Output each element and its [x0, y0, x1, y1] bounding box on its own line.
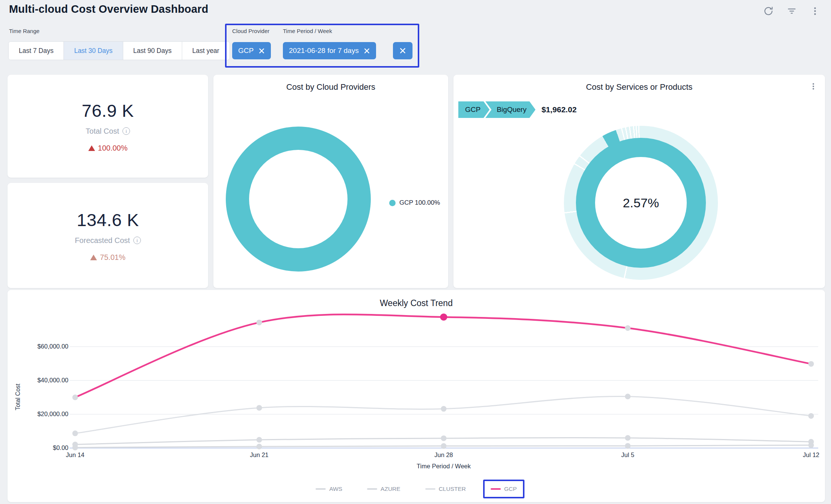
- total-cost-value: 76.9 K: [82, 100, 134, 121]
- refresh-icon[interactable]: [763, 5, 774, 17]
- data-point[interactable]: [625, 394, 631, 399]
- trend-line-chart[interactable]: [8, 290, 825, 502]
- legend-item-aws[interactable]: AWS: [308, 480, 350, 498]
- legend-label: CLUSTER: [439, 486, 466, 492]
- triangle-up-icon: [88, 145, 95, 151]
- clear-all-filters-button[interactable]: [393, 42, 412, 59]
- data-point[interactable]: [808, 439, 814, 445]
- info-icon[interactable]: i: [133, 237, 141, 244]
- data-point[interactable]: [625, 435, 631, 441]
- providers-donut-chart[interactable]: [226, 127, 371, 272]
- legend-item-cluster[interactable]: CLUSTER: [418, 480, 473, 498]
- services-chart-title: Cost by Services or Products: [453, 82, 825, 92]
- forecasted-cost-value: 134.6 K: [77, 210, 139, 230]
- cloud-provider-label: Cloud Provider: [232, 28, 269, 34]
- forecasted-cost-kpi-card: 134.6 K Forecasted Cost i 75.01%: [8, 183, 208, 288]
- forecasted-cost-delta-value: 75.01%: [100, 253, 125, 262]
- x-axis-title: Time Period / Week: [387, 463, 500, 470]
- x-tick-label: Jul 5: [601, 451, 654, 459]
- close-icon: [364, 48, 370, 54]
- legend-item-gcp[interactable]: GCP: [483, 480, 524, 498]
- legend-dash: [425, 488, 435, 490]
- x-tick-label: Jun 21: [233, 451, 286, 459]
- total-cost-delta-value: 100.00%: [98, 144, 128, 152]
- breadcrumb-bigquery[interactable]: BigQuery: [485, 101, 535, 118]
- data-point[interactable]: [73, 442, 78, 447]
- line-series-cluster: [75, 397, 811, 433]
- providers-legend-label: GCP 100.00%: [399, 199, 440, 207]
- time-period-chip[interactable]: 2021-06-28 for 7 days: [283, 42, 376, 59]
- data-point[interactable]: [625, 443, 631, 449]
- cost-by-cloud-providers-card: Cost by Cloud Providers GCP 100.00%: [213, 75, 448, 288]
- data-point[interactable]: [73, 395, 78, 400]
- time-range-last-year[interactable]: Last year: [182, 42, 230, 60]
- data-point[interactable]: [808, 413, 814, 419]
- forecasted-cost-label: Forecasted Cost: [75, 236, 130, 245]
- providers-chart-title: Cost by Cloud Providers: [213, 82, 448, 92]
- legend-label: AZURE: [381, 486, 400, 492]
- close-icon: [399, 47, 406, 54]
- data-point[interactable]: [625, 325, 631, 331]
- data-point[interactable]: [257, 437, 262, 442]
- time-range-last-7-days[interactable]: Last 7 Days: [9, 42, 64, 60]
- legend-item-azure[interactable]: AZURE: [360, 480, 408, 498]
- total-cost-label: Total Cost: [86, 127, 119, 136]
- cost-by-services-card: Cost by Services or Products GCP BigQuer…: [453, 75, 825, 288]
- kebab-menu-icon[interactable]: [809, 5, 820, 17]
- time-range-last-90-days[interactable]: Last 90 Days: [123, 42, 182, 60]
- providers-legend-item[interactable]: GCP 100.00%: [389, 199, 440, 207]
- filter-icon[interactable]: [786, 5, 797, 17]
- legend-dash: [367, 488, 377, 490]
- data-point[interactable]: [441, 435, 447, 441]
- x-tick-label: Jun 14: [49, 451, 101, 459]
- time-period-chip-label: 2021-06-28 for 7 days: [289, 47, 359, 55]
- breadcrumb: GCP BigQuery $1,962.02: [458, 101, 577, 118]
- weekly-cost-trend-card: Weekly Cost Trend $0.00$20,000.00$40,000…: [8, 290, 825, 502]
- info-icon[interactable]: i: [122, 127, 130, 135]
- data-point[interactable]: [257, 405, 262, 410]
- time-range-segmented-control: Last 7 Days Last 30 Days Last 90 Days La…: [8, 41, 230, 60]
- data-point[interactable]: [257, 444, 262, 449]
- x-tick-label: Jul 12: [785, 451, 831, 459]
- kebab-menu-icon[interactable]: [808, 81, 819, 92]
- data-point[interactable]: [73, 430, 78, 436]
- legend-label: AWS: [329, 486, 342, 492]
- data-point[interactable]: [808, 361, 814, 367]
- data-point[interactable]: [441, 443, 447, 449]
- y-tick-label: $60,000.00: [8, 343, 68, 350]
- line-series-gcp: [75, 314, 811, 397]
- breadcrumb-value: $1,962.02: [541, 105, 576, 114]
- forecasted-cost-delta: 75.01%: [90, 253, 125, 262]
- legend-label: GCP: [504, 486, 517, 492]
- data-point[interactable]: [441, 406, 447, 412]
- y-axis-title: Total Cost: [15, 374, 21, 419]
- time-range-last-30-days[interactable]: Last 30 Days: [64, 42, 123, 60]
- cloud-provider-chip[interactable]: GCP: [232, 42, 271, 59]
- time-period-label: Time Period / Week: [283, 28, 332, 34]
- services-center-label: 2.57%: [595, 157, 687, 249]
- triangle-up-icon: [90, 255, 97, 260]
- page-title: Multi-cloud Cost Overview Dashboard: [9, 3, 209, 15]
- header-toolbar: [763, 5, 820, 17]
- total-cost-kpi-card: 76.9 K Total Cost i 100.00%: [8, 75, 208, 178]
- data-point[interactable]: [257, 320, 262, 325]
- x-tick-label: Jun 28: [417, 451, 470, 459]
- close-icon: [258, 48, 265, 54]
- breadcrumb-gcp[interactable]: GCP: [458, 101, 490, 118]
- legend-dot: [389, 200, 396, 206]
- legend-dash: [316, 488, 326, 490]
- highlighted-data-point[interactable]: [440, 314, 447, 321]
- y-tick-label: $0.00: [8, 444, 68, 451]
- legend-dash: [491, 488, 501, 490]
- time-range-label: Time Range: [9, 28, 39, 34]
- cloud-provider-chip-label: GCP: [238, 47, 254, 55]
- trend-legend: AWSAZURECLUSTERGCP: [8, 480, 825, 498]
- total-cost-delta: 100.00%: [88, 144, 128, 152]
